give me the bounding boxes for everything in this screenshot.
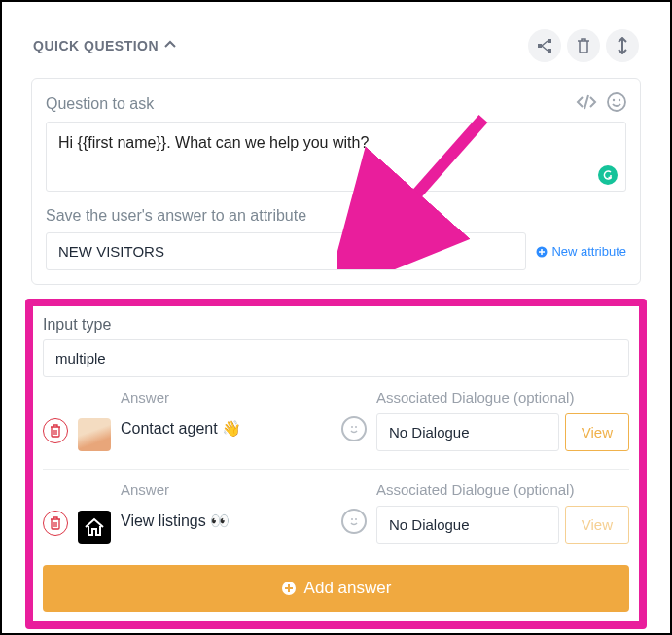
new-attribute-link[interactable]: New attribute [536, 244, 626, 259]
input-type-label: Input type [43, 316, 629, 334]
svg-point-4 [613, 99, 615, 101]
view-dialogue-button[interactable]: View [565, 506, 629, 544]
svg-point-8 [355, 426, 357, 428]
question-textarea[interactable]: Hi {{first name}}. What can we help you … [46, 122, 626, 192]
question-card: Question to ask Hi {{first name}}. What … [31, 78, 641, 285]
answer-label: Answer [121, 481, 367, 498]
input-type-select[interactable]: multiple [43, 339, 629, 377]
drag-handle-icon[interactable] [606, 29, 639, 62]
dialogue-label: Associated Dialogue (optional) [376, 481, 629, 498]
answer-text-input[interactable]: View listings 👀 [121, 506, 332, 537]
answer-row: Answer View listings 👀 Associated Dialog… [43, 470, 629, 561]
svg-rect-2 [548, 49, 551, 53]
trash-icon[interactable] [567, 29, 600, 62]
section-title-toggle[interactable]: QUICK QUESTION [33, 38, 176, 53]
emoji-picker-icon[interactable] [341, 416, 367, 441]
answer-row: Answer Contact agent 👋 Associated Dialog… [43, 377, 629, 470]
house-icon [82, 514, 107, 540]
emoji-picker-icon[interactable] [341, 509, 367, 534]
dialogue-select[interactable]: No Dialogue [376, 413, 559, 451]
grammarly-icon[interactable] [598, 165, 618, 185]
answer-avatar[interactable] [78, 418, 111, 451]
answer-label: Answer [121, 389, 367, 406]
question-label: Question to ask [46, 95, 154, 113]
svg-point-3 [608, 93, 625, 111]
smiley-icon[interactable] [607, 92, 626, 116]
delete-answer-button[interactable] [43, 418, 68, 443]
highlight-box: Input type multiple Answer Contact agent… [25, 299, 647, 629]
chevron-up-icon [164, 38, 176, 53]
question-value: Hi {{first name}}. What can we help you … [58, 134, 369, 151]
svg-rect-1 [548, 39, 551, 43]
svg-point-10 [355, 518, 357, 520]
attribute-label: Save the user's answer to an attribute [46, 207, 626, 225]
code-icon[interactable] [576, 93, 597, 115]
svg-point-9 [351, 518, 353, 520]
svg-point-7 [351, 426, 353, 428]
view-dialogue-button[interactable]: View [565, 413, 629, 451]
answer-text-input[interactable]: Contact agent 👋 [121, 413, 332, 444]
svg-point-5 [619, 99, 620, 101]
svg-rect-0 [538, 44, 542, 48]
add-answer-button[interactable]: Add answer [43, 565, 629, 612]
flow-icon[interactable] [528, 29, 561, 62]
plus-circle-icon [281, 581, 297, 596]
section-title: QUICK QUESTION [33, 38, 159, 53]
dialogue-label: Associated Dialogue (optional) [376, 389, 629, 406]
dialogue-select[interactable]: No Dialogue [376, 506, 559, 544]
attribute-input[interactable]: NEW VISITORS [46, 232, 526, 270]
section-header: QUICK QUESTION [21, 21, 651, 64]
delete-answer-button[interactable] [43, 511, 68, 536]
answer-avatar[interactable] [78, 511, 111, 544]
